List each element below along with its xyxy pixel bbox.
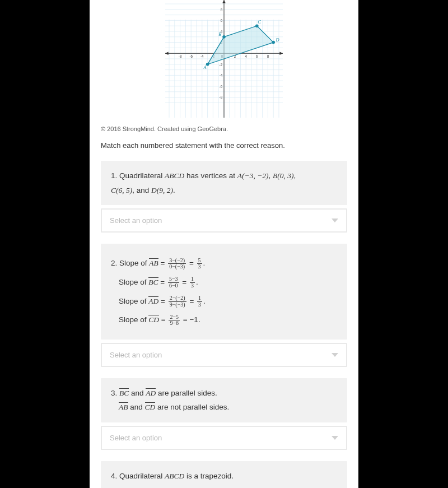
chevron-down-icon xyxy=(332,436,338,440)
svg-point-65 xyxy=(255,24,259,27)
copyright-text: © 2016 StrongMind. Created using GeoGebr… xyxy=(101,126,347,132)
chevron-down-icon xyxy=(332,353,338,357)
page: -8-6-4-202468 8642 -2-4-6-8 A B C xyxy=(90,0,358,488)
svg-text:-6: -6 xyxy=(220,85,223,89)
svg-marker-42 xyxy=(279,52,283,55)
svg-text:D: D xyxy=(275,38,279,43)
svg-text:4: 4 xyxy=(245,54,247,58)
svg-marker-44 xyxy=(222,0,226,3)
svg-text:-4: -4 xyxy=(200,54,204,58)
statement-block-1: 1. Quadrilateral ABCD has vertices at A(… xyxy=(101,161,347,233)
svg-text:-2: -2 xyxy=(220,63,223,67)
statement-1: 1. Quadrilateral ABCD has vertices at A(… xyxy=(101,161,347,205)
statement-block-2: 2. Slope of AB = 3−(−2)0−(−3) = 53. Slop… xyxy=(101,244,347,367)
svg-text:6: 6 xyxy=(256,54,258,58)
statement-3: 3. BC and AD are parallel sides. AB and … xyxy=(101,378,347,422)
svg-text:-6: -6 xyxy=(189,54,193,58)
select-placeholder: Select an option xyxy=(110,434,162,442)
svg-text:-8: -8 xyxy=(220,95,223,99)
svg-text:8: 8 xyxy=(267,54,269,58)
svg-marker-43 xyxy=(165,52,169,55)
instruction-text: Match each numbered statement with the c… xyxy=(101,141,347,150)
chevron-down-icon xyxy=(332,219,338,222)
svg-text:C: C xyxy=(258,20,261,25)
select-placeholder: Select an option xyxy=(110,351,162,359)
svg-text:6: 6 xyxy=(221,18,223,22)
select-reason-2[interactable]: Select an option xyxy=(101,343,347,367)
statement-4: 4. Quadrilateral ABCD is a trapezoid. xyxy=(101,461,347,488)
graph-figure: -8-6-4-202468 8642 -2-4-6-8 A B C xyxy=(101,0,347,118)
svg-text:B: B xyxy=(218,32,221,37)
statement-block-3: 3. BC and AD are parallel sides. AB and … xyxy=(101,378,347,450)
statement-block-4: 4. Quadrilateral ABCD is a trapezoid. xyxy=(101,461,347,488)
select-reason-1[interactable]: Select an option xyxy=(101,208,347,233)
svg-point-66 xyxy=(272,41,275,44)
svg-point-64 xyxy=(222,35,226,39)
svg-text:8: 8 xyxy=(221,8,223,12)
coordinate-plane: -8-6-4-202468 8642 -2-4-6-8 A B C xyxy=(140,0,308,118)
statement-2: 2. Slope of AB = 3−(−2)0−(−3) = 53. Slop… xyxy=(101,244,347,340)
select-reason-3[interactable]: Select an option xyxy=(101,426,347,450)
select-placeholder: Select an option xyxy=(110,216,162,225)
svg-text:-8: -8 xyxy=(179,54,182,58)
svg-text:A: A xyxy=(203,65,207,70)
svg-text:-4: -4 xyxy=(220,73,223,77)
